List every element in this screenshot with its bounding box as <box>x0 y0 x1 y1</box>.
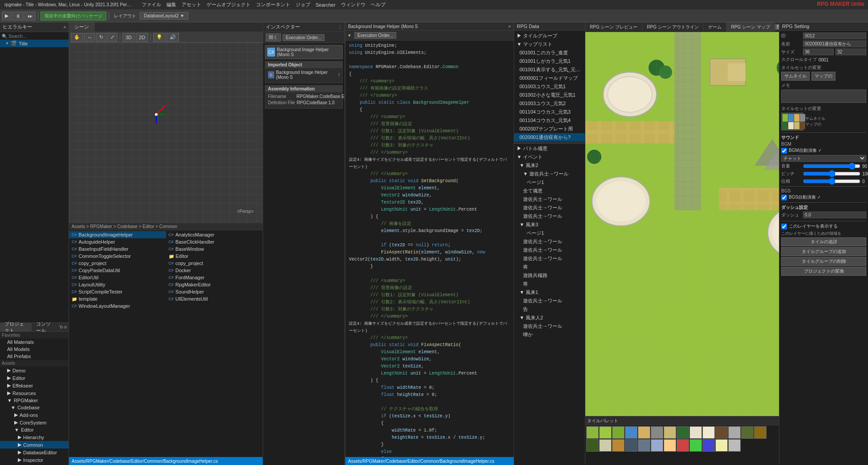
tab-game[interactable]: ゲーム <box>704 22 726 32</box>
layout-dropdown[interactable]: DatabaseLayout2 ▼ <box>140 12 188 20</box>
memo-textarea[interactable] <box>781 90 866 103</box>
tile-tree[interactable] <box>677 426 689 439</box>
bgm-select[interactable]: チャット <box>781 155 866 162</box>
platform-btn[interactable]: 現在中の友愛向けパッケージ <box>41 12 106 20</box>
file-soundhelper[interactable]: C# SoundHelper <box>166 288 263 295</box>
tab-rpg-map[interactable]: RPG シーン マップ <box>726 22 775 32</box>
file-editor[interactable]: 📁 Editor <box>166 253 263 260</box>
tile-red[interactable] <box>677 439 689 452</box>
file-copypastedatautil[interactable]: C# CopyPasteDataUtil <box>69 267 166 274</box>
scene-hand[interactable]: ✋ <box>71 33 83 42</box>
map-tool-b[interactable]: B <box>775 24 779 30</box>
rpg-fuurai3[interactable]: ▼ 風来3 <box>514 220 585 229</box>
rpg-map-3[interactable]: 0000001フィールドマップ <box>514 74 585 82</box>
rpg-report[interactable]: 告 <box>514 305 585 314</box>
tab-console[interactable]: コンソール <box>32 323 60 332</box>
file-template[interactable]: 📁 template <box>69 295 166 302</box>
rpg-map-2[interactable]: 001001表示する_元気_元気1 <box>514 65 585 74</box>
menu-window[interactable]: ウィンドウ <box>338 1 368 8</box>
menu-gameobject[interactable]: ゲームオブジェクト <box>204 1 253 8</box>
tile-light[interactable] <box>664 439 676 452</box>
tile-water[interactable] <box>625 426 637 439</box>
rpg-map-6[interactable]: 001003ユウス_元気2 <box>514 99 585 108</box>
assets-rpgmaker[interactable]: ▼RPGMaker <box>0 397 69 404</box>
rpgmaker-database[interactable]: ▶DatabaseEditor <box>0 449 69 456</box>
tile-wood[interactable] <box>612 439 625 452</box>
tile-rock[interactable] <box>728 426 741 439</box>
hierarchy-item-title[interactable]: ▼ 🎬 Title <box>0 40 69 47</box>
file-editorutil[interactable]: C# EditorUtil <box>69 274 166 281</box>
rpgmaker-inspector[interactable]: ▶Inspector <box>0 456 69 464</box>
rpg-map-7[interactable]: 001104コウカス_元気3 <box>514 108 585 116</box>
rpg-soldier-4[interactable]: 遊佐兵士→ワール <box>514 212 585 220</box>
menu-searcher[interactable]: Searcher <box>313 2 338 8</box>
file-autoguidahelper[interactable]: C# AutoguideHelper <box>69 238 166 245</box>
rpgmaker-codebase[interactable]: ▼Codebase <box>0 404 69 411</box>
file-basewindow[interactable]: C# BaseWindow <box>166 245 263 253</box>
bgs-auto-checkbox[interactable] <box>781 195 787 200</box>
rpg-soldier-6[interactable]: 遊佐兵士→ワール <box>514 246 585 254</box>
assets-demo[interactable]: ▶Demo <box>0 367 69 374</box>
tile-stone[interactable] <box>651 426 663 439</box>
assets-effekseer[interactable]: ▶Effekseer <box>0 382 69 389</box>
rpg-all[interactable]: 全て備恵 <box>514 187 585 195</box>
rpg-soldier-2[interactable]: 遊佐兵士→ワール <box>514 195 585 204</box>
project-refresh[interactable]: ↻ <box>60 325 63 330</box>
open-btn[interactable]: 開く <box>266 33 281 41</box>
setting-size-h[interactable] <box>836 49 866 55</box>
tile-building[interactable] <box>664 426 676 439</box>
tile-floor[interactable] <box>599 439 612 452</box>
file-uielementsutil[interactable]: C# UIElementsUtil <box>166 295 263 302</box>
volume-slider[interactable] <box>803 163 860 169</box>
rpg-soldier-5[interactable]: 遊佐兵士→ワール <box>514 237 585 246</box>
fav-all-prefabs[interactable]: All Prefabs <box>0 353 69 360</box>
file-baseclickhandler[interactable]: C# BaseClickHandler <box>166 238 263 245</box>
tile-sand[interactable] <box>638 426 650 439</box>
scene-rotate[interactable]: ↻ <box>96 33 106 42</box>
file-fontmanager[interactable]: C# FontManager <box>166 274 263 281</box>
tile-grass-2[interactable] <box>599 426 612 439</box>
tileset-map-btn[interactable]: マップの <box>811 72 836 81</box>
layer-show-checkbox[interactable] <box>781 224 787 229</box>
tile-mountain[interactable] <box>638 439 650 452</box>
assets-editor[interactable]: ▶Editor <box>0 374 69 382</box>
rpg-page1-1[interactable]: ページ1 <box>514 178 585 187</box>
rpg-tile-group[interactable]: ▶ タイルグループ <box>514 32 585 40</box>
file-analyticsmanager[interactable]: C# AnalyticsManager <box>166 231 263 238</box>
rpgmaker-addons[interactable]: ▶Add-ons <box>0 411 69 419</box>
tab-project[interactable]: プロジェクト <box>0 323 32 332</box>
file-copy-project-1[interactable]: C# copy_project <box>69 260 166 267</box>
project-convert-btn[interactable]: プロジェクトの変換 <box>781 267 866 276</box>
file-commontoggleselector[interactable]: C# CommonToggleSelector <box>69 253 166 260</box>
dash-input[interactable] <box>803 212 866 218</box>
scene-2d[interactable]: 2D <box>136 33 148 42</box>
rpg-map-10[interactable]: 0020001通信収有から? <box>514 133 585 142</box>
rpg-soldier-8[interactable]: 遊佐兵士→ワール <box>514 297 585 305</box>
tile-yurt[interactable] <box>690 426 702 439</box>
file-layoututility[interactable]: C# LayoutUtility <box>69 281 166 288</box>
file-scriptcompiletester[interactable]: C# ScriptCompileTester <box>69 288 166 295</box>
scene-move[interactable]: ↔ <box>84 33 95 42</box>
scene-3d[interactable]: 3D <box>122 33 135 42</box>
tile-green[interactable] <box>690 439 702 452</box>
scene-scale[interactable]: ⤢ <box>107 33 118 42</box>
setting-name-input[interactable] <box>803 41 866 47</box>
tile-shadow[interactable] <box>625 439 637 452</box>
file-copy-project-2[interactable]: C# copy_project <box>166 260 263 267</box>
tile-dirt[interactable] <box>715 426 728 439</box>
rpg-map-8[interactable]: 001104コウカス_元気4 <box>514 116 585 125</box>
rpg-page1-2[interactable]: ページ1 <box>514 229 585 237</box>
tile-yurt-inner[interactable] <box>702 426 715 439</box>
tile-light-2[interactable] <box>715 439 728 452</box>
rpg-road[interactable]: 遊路兵糧路 <box>514 271 585 280</box>
setting-size-w[interactable] <box>803 49 834 55</box>
file-baseinputfieldhandler[interactable]: C# BaseInputFieldHandler <box>69 245 166 253</box>
file-docker[interactable]: C# Docker <box>166 267 263 274</box>
code-breadcrumb-btn[interactable]: ▼ <box>347 33 352 38</box>
rpg-map-5[interactable]: 001002小さな電圧_元気1 <box>514 91 585 99</box>
scene-lighting[interactable]: 💡 <box>153 33 166 42</box>
menu-component[interactable]: コンポーネント <box>253 1 293 8</box>
rpg-fuurai1[interactable]: ▼ 風来1 <box>514 288 585 297</box>
tile-grass-3[interactable] <box>612 426 625 439</box>
rpg-soldier-9[interactable]: 遊佐兵士→ワール <box>514 322 585 330</box>
